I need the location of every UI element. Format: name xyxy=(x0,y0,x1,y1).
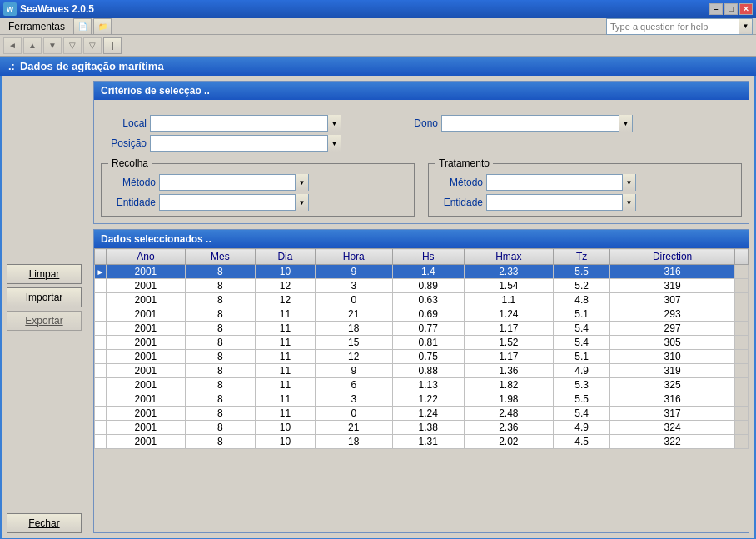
dono-label: Dono xyxy=(405,117,438,129)
tratamento-entidade-input[interactable] xyxy=(487,195,622,210)
recolha-metodo-input[interactable] xyxy=(160,175,295,190)
dono-dropdown-arrow[interactable]: ▼ xyxy=(619,115,632,132)
exportar-button[interactable]: Exportar xyxy=(7,311,82,331)
cell-hora: 21 xyxy=(315,307,392,322)
section-title: Dados de agitação marítima xyxy=(20,60,164,72)
recolha-metodo-arrow[interactable]: ▼ xyxy=(295,174,308,191)
toolbar-icon2[interactable]: 📁 xyxy=(93,18,112,35)
table-row[interactable]: 2001811180.771.175.4297 xyxy=(95,322,749,336)
cell-mes: 8 xyxy=(185,265,255,279)
dono-select-wrapper[interactable]: ▼ xyxy=(441,115,633,132)
cell-tz: 5.1 xyxy=(553,307,609,322)
cell-hs: 1.38 xyxy=(392,421,464,435)
tratamento-metodo-select[interactable]: ▼ xyxy=(486,174,636,191)
table-row[interactable]: 2001811210.691.245.1293 xyxy=(95,307,749,322)
cell-hora: 9 xyxy=(315,364,392,378)
cell-hmax: 2.36 xyxy=(464,421,553,435)
dono-input[interactable] xyxy=(442,116,619,131)
row-arrow-cell xyxy=(95,307,107,322)
cell-mes: 8 xyxy=(185,407,255,421)
recolha-metodo-select[interactable]: ▼ xyxy=(159,174,309,191)
scrollbar-cell xyxy=(735,435,749,449)
toolbar-filter2-button[interactable]: ▽ xyxy=(83,37,102,54)
recolha-content: Método ▼ Entidade ▼ xyxy=(110,174,405,211)
scrollbar-cell xyxy=(735,293,749,307)
table-row[interactable]: 200181200.631.14.8307 xyxy=(95,293,749,307)
fechar-button[interactable]: Fechar xyxy=(7,513,82,533)
minimize-button[interactable]: – xyxy=(709,3,723,15)
cell-dia: 12 xyxy=(256,293,316,307)
local-select-wrapper[interactable]: ▼ xyxy=(150,115,341,132)
menu-bar: Ferramentas 📄 📁 ▼ xyxy=(0,18,756,35)
table-row[interactable]: 2001810211.382.364.9324 xyxy=(95,421,749,435)
cell-tz: 5.4 xyxy=(553,407,609,421)
window-controls: – □ ✕ xyxy=(709,3,753,15)
table-row[interactable]: 200181131.221.985.5316 xyxy=(95,392,749,407)
toolbar-extra-button[interactable]: | xyxy=(103,37,122,54)
cell-direction: 293 xyxy=(610,307,735,322)
tratamento-entidade-select[interactable]: ▼ xyxy=(486,194,636,211)
cell-direction: 316 xyxy=(610,265,735,279)
table-row[interactable]: ►200181091.42.335.5316 xyxy=(95,265,749,279)
tratamento-metodo-input[interactable] xyxy=(487,175,622,190)
cell-direction: 319 xyxy=(610,364,735,378)
menu-ferramentas[interactable]: Ferramentas xyxy=(3,19,70,34)
criteria-box: Critérios de selecção .. Local ▼ Dono xyxy=(93,81,749,224)
help-box: ▼ xyxy=(606,18,753,35)
cell-mes: 8 xyxy=(185,392,255,407)
cell-direction: 305 xyxy=(610,336,735,350)
local-dropdown-arrow[interactable]: ▼ xyxy=(327,115,341,132)
cell-direction: 297 xyxy=(610,322,735,336)
cell-tz: 5.3 xyxy=(553,378,609,392)
recolha-metodo-label: Método xyxy=(110,177,156,188)
cell-hmax: 1.36 xyxy=(464,364,553,378)
cell-dia: 10 xyxy=(256,265,316,279)
row-arrow-cell xyxy=(95,293,107,307)
cell-hs: 0.69 xyxy=(392,307,464,322)
table-row[interactable]: 200181230.891.545.2319 xyxy=(95,279,749,293)
table-row[interactable]: 2001811120.751.175.1310 xyxy=(95,350,749,364)
app-icon: W xyxy=(3,2,17,16)
cell-hs: 1.13 xyxy=(392,378,464,392)
row-arrow-cell: ► xyxy=(95,265,107,279)
local-dono-row: Local ▼ Dono ▼ xyxy=(101,115,742,132)
recolha-entidade-arrow[interactable]: ▼ xyxy=(295,194,308,211)
scrollbar-cell xyxy=(735,350,749,364)
cell-dia: 11 xyxy=(256,307,316,322)
table-row[interactable]: 200181101.242.485.4317 xyxy=(95,407,749,421)
recolha-legend: Recolha xyxy=(108,157,152,169)
maximize-button[interactable]: □ xyxy=(724,3,738,15)
cell-mes: 8 xyxy=(185,364,255,378)
recolha-entidade-select[interactable]: ▼ xyxy=(159,194,309,211)
limpar-button[interactable]: Limpar xyxy=(7,264,82,284)
recolha-entidade-input[interactable] xyxy=(160,195,295,210)
cell-ano: 2001 xyxy=(107,279,186,293)
tratamento-group: Tratamento Método ▼ Entidade xyxy=(428,163,742,217)
posicao-input[interactable] xyxy=(151,136,327,151)
cell-hora: 9 xyxy=(315,265,392,279)
local-input[interactable] xyxy=(151,116,327,131)
toolbar-filter1-button[interactable]: ▽ xyxy=(63,37,82,54)
toolbar-icon1[interactable]: 📄 xyxy=(73,18,92,35)
cell-tz: 5.4 xyxy=(553,336,609,350)
tratamento-metodo-arrow[interactable]: ▼ xyxy=(622,174,635,191)
toolbar-down-button[interactable]: ▼ xyxy=(43,37,62,54)
scrollbar-cell xyxy=(735,322,749,336)
help-dropdown-arrow[interactable]: ▼ xyxy=(739,18,753,35)
toolbar-up-button[interactable]: ▲ xyxy=(23,37,42,54)
help-input[interactable] xyxy=(606,18,739,35)
posicao-dropdown-arrow[interactable]: ▼ xyxy=(327,135,341,152)
posicao-select-wrapper[interactable]: ▼ xyxy=(150,135,341,152)
toolbar-back-button[interactable]: ◄ xyxy=(3,37,22,54)
posicao-label: Posição xyxy=(101,137,147,149)
tratamento-entidade-arrow[interactable]: ▼ xyxy=(622,194,635,211)
importar-button[interactable]: Importar xyxy=(7,287,82,307)
table-row[interactable]: 200181161.131.825.3325 xyxy=(95,378,749,392)
table-row[interactable]: 2001810181.312.024.5322 xyxy=(95,435,749,449)
close-button[interactable]: ✕ xyxy=(739,3,753,15)
table-row[interactable]: 2001811150.811.525.4305 xyxy=(95,336,749,350)
scrollbar-cell xyxy=(735,279,749,293)
table-row[interactable]: 200181190.881.364.9319 xyxy=(95,364,749,378)
scrollbar-cell xyxy=(735,364,749,378)
table-body: ►200181091.42.335.5316200181230.891.545.… xyxy=(95,265,749,449)
